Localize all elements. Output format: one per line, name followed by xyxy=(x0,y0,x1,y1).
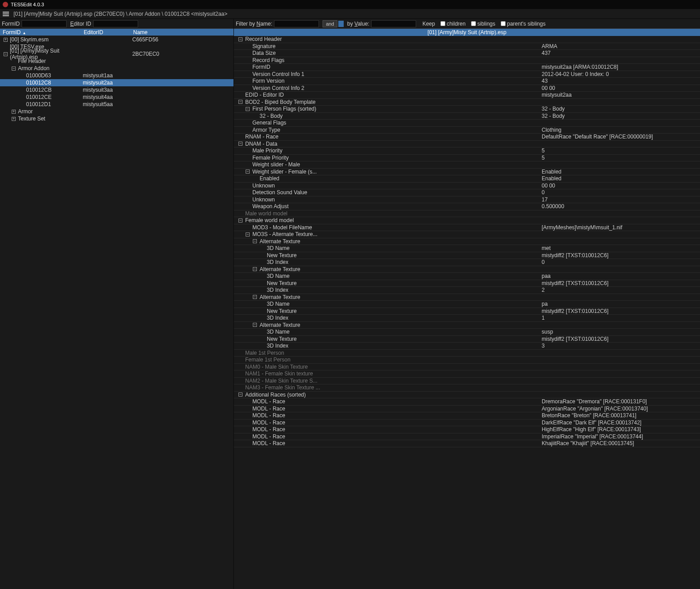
record-row[interactable]: Female 1st Person xyxy=(234,357,700,364)
collapse-icon[interactable]: − xyxy=(253,295,257,299)
record-row[interactable]: −Alternate Texture xyxy=(234,266,700,273)
record-row[interactable]: −DNAM - Data xyxy=(234,141,700,148)
record-row[interactable]: FormIDmistysuit2aa [ARMA:010012C8] xyxy=(234,64,700,71)
record-row[interactable]: 3D Namemet xyxy=(234,245,700,252)
record-row[interactable]: Form Version43 xyxy=(234,78,700,85)
collapse-icon[interactable]: − xyxy=(238,37,242,41)
collapse-icon[interactable]: − xyxy=(246,107,250,111)
tree-row[interactable]: +Armor xyxy=(0,108,233,115)
record-row[interactable]: MODL - RaceHighElfRace "High Elf" [RACE:… xyxy=(234,426,700,433)
record-row[interactable]: Unknown00 00 xyxy=(234,183,700,190)
record-row[interactable]: Detection Sound Value0 xyxy=(234,189,700,196)
record-row[interactable]: −BOD2 - Biped Body Template xyxy=(234,99,700,106)
record-row[interactable]: Version Control Info 200 00 xyxy=(234,85,700,92)
col-name[interactable]: Name xyxy=(130,29,233,36)
record-row[interactable]: MODL - RaceDremoraRace "Dremora" [RACE:0… xyxy=(234,398,700,406)
record-row[interactable]: −Weight slider - Female (s...Enabled xyxy=(234,169,700,176)
col-editorid[interactable]: EditorID xyxy=(81,29,130,36)
formid-input[interactable] xyxy=(22,20,67,27)
tree-row[interactable]: 010012D1mistysuit5aa xyxy=(0,101,233,108)
record-row[interactable]: −Additional Races (sorted) xyxy=(234,392,700,399)
record-row[interactable]: Weight slider - Male xyxy=(234,161,700,169)
record-row[interactable]: Weapon Adjust0.500000 xyxy=(234,203,700,210)
collapse-icon[interactable]: − xyxy=(12,67,16,71)
record-row[interactable]: Unknown17 xyxy=(234,196,700,204)
record-row[interactable]: MODL - RaceArgonianRace "Argonian" [RACE… xyxy=(234,406,700,413)
record-row[interactable]: MODL - RaceImperialRace "Imperial" [RACE… xyxy=(234,433,700,441)
record-row[interactable]: New Texturemistydiff2 [TXST:010012C6] xyxy=(234,252,700,259)
record-row[interactable]: Male Priority5 xyxy=(234,147,700,155)
record-row[interactable]: NAM3 - Female Skin Texture ... xyxy=(234,384,700,392)
record-row[interactable]: NAM1 - Female Skin texture xyxy=(234,370,700,378)
record-row[interactable]: 3D Index2 xyxy=(234,287,700,294)
record-row[interactable]: New Texturemistydiff2 [TXST:010012C6] xyxy=(234,280,700,287)
record-row[interactable]: New Texturemistydiff2 [TXST:010012C6] xyxy=(234,308,700,315)
record-row[interactable]: 32 - Body32 - Body xyxy=(234,113,700,120)
record-row[interactable]: Data Size437 xyxy=(234,50,700,57)
tree-row[interactable]: 010012CEmistysuit4aa xyxy=(0,94,233,101)
collapse-icon[interactable]: − xyxy=(253,239,257,243)
record-row[interactable]: EnabledEnabled xyxy=(234,175,700,183)
collapse-icon[interactable]: − xyxy=(253,267,257,271)
record-row[interactable]: Female Priority5 xyxy=(234,155,700,162)
record-row[interactable]: Version Control Info 12012-04-02 User: 0… xyxy=(234,71,700,78)
parents-checkbox[interactable] xyxy=(501,21,506,26)
record-row[interactable]: MOD3 - Model FileName[ArmyMeshes]\mistyM… xyxy=(234,224,700,232)
and-button[interactable]: and xyxy=(323,20,337,27)
collapse-icon[interactable]: − xyxy=(246,170,250,174)
record-row[interactable]: 3D Namepaa xyxy=(234,273,700,280)
record-row[interactable]: NAM2 - Male Skin Texture S... xyxy=(234,378,700,385)
record-row[interactable]: General Flags xyxy=(234,120,700,127)
expand-icon[interactable]: + xyxy=(12,110,16,114)
record-row[interactable]: MODL - RaceDarkElfRace "Dark Elf" [RACE:… xyxy=(234,419,700,427)
record-row[interactable]: 3D Index0 xyxy=(234,259,700,266)
record-row[interactable]: −Alternate Texture xyxy=(234,322,700,329)
record-row[interactable]: 3D Namepa xyxy=(234,301,700,308)
record-row[interactable]: MODL - RaceKhajiitRace "Khajiit" [RACE:0… xyxy=(234,440,700,447)
record-row[interactable]: −First Person Flags (sorted)32 - Body xyxy=(234,106,700,113)
record-row[interactable]: 3D Index3 xyxy=(234,343,700,350)
expand-icon[interactable]: + xyxy=(12,117,16,121)
record-row[interactable]: MODL - RaceBretonRace "Breton" [RACE:000… xyxy=(234,412,700,419)
filter-value-input[interactable] xyxy=(371,20,416,27)
tree-row[interactable]: 01000D63mistysuit1aa xyxy=(0,72,233,79)
record-row[interactable]: EDID - Editor IDmistysuit2aa xyxy=(234,92,700,99)
record-row[interactable]: −Female world model xyxy=(234,217,700,224)
tree-row[interactable]: −[01] [Army]Misty Suit (Artnip).esp2BC70… xyxy=(0,50,233,58)
siblings-checkbox[interactable] xyxy=(471,21,476,26)
record-row[interactable]: 3D Namesusp xyxy=(234,329,700,336)
filter-name-input[interactable] xyxy=(274,20,319,27)
record-row[interactable]: SignatureARMA xyxy=(234,43,700,50)
collapse-icon[interactable]: − xyxy=(238,393,242,397)
tree-row[interactable]: 010012CBmistysuit3aa xyxy=(0,86,233,94)
record-row[interactable]: Male 1st Person xyxy=(234,350,700,357)
collapse-icon[interactable]: − xyxy=(238,100,242,104)
record-row[interactable]: 3D Index1 xyxy=(234,315,700,322)
record-row[interactable]: Armor TypeClothing xyxy=(234,127,700,134)
record-row[interactable]: −MO3S - Alternate Texture... xyxy=(234,231,700,238)
expand-icon[interactable]: + xyxy=(4,38,8,42)
record-row[interactable]: −Record Header xyxy=(234,36,700,43)
collapse-icon[interactable]: − xyxy=(238,219,242,223)
children-checkbox[interactable] xyxy=(440,21,445,26)
record-row[interactable]: Record Flags xyxy=(234,57,700,64)
tree-row[interactable]: +[00] Skyrim.esmC665FD56 xyxy=(0,36,233,43)
collapse-icon[interactable]: − xyxy=(253,323,257,327)
record-row[interactable]: New Texturemistydiff2 [TXST:010012C6] xyxy=(234,336,700,343)
record-row[interactable]: NAM0 - Male Skin Texture xyxy=(234,364,700,371)
and-dropdown-icon[interactable] xyxy=(338,21,344,27)
tree-row[interactable]: −Armor Addon xyxy=(0,65,233,72)
collapse-icon[interactable]: − xyxy=(4,52,8,56)
editorid-input[interactable] xyxy=(93,20,138,27)
record-row[interactable]: RNAM - RaceDefaultRace "Default Race" [R… xyxy=(234,134,700,141)
tree-row[interactable]: +Texture Set xyxy=(0,115,233,122)
tree-row[interactable]: 010012C8mistysuit2aa xyxy=(0,79,233,86)
tree-row[interactable]: File Header xyxy=(0,58,233,65)
record-row[interactable]: Male world model xyxy=(234,210,700,218)
record-row[interactable]: −Alternate Texture xyxy=(234,238,700,245)
hamburger-icon[interactable] xyxy=(3,12,9,16)
col-formid[interactable]: FormID▲ xyxy=(0,29,81,36)
record-row[interactable]: −Alternate Texture xyxy=(234,294,700,301)
collapse-icon[interactable]: − xyxy=(238,142,242,146)
collapse-icon[interactable]: − xyxy=(246,232,250,236)
